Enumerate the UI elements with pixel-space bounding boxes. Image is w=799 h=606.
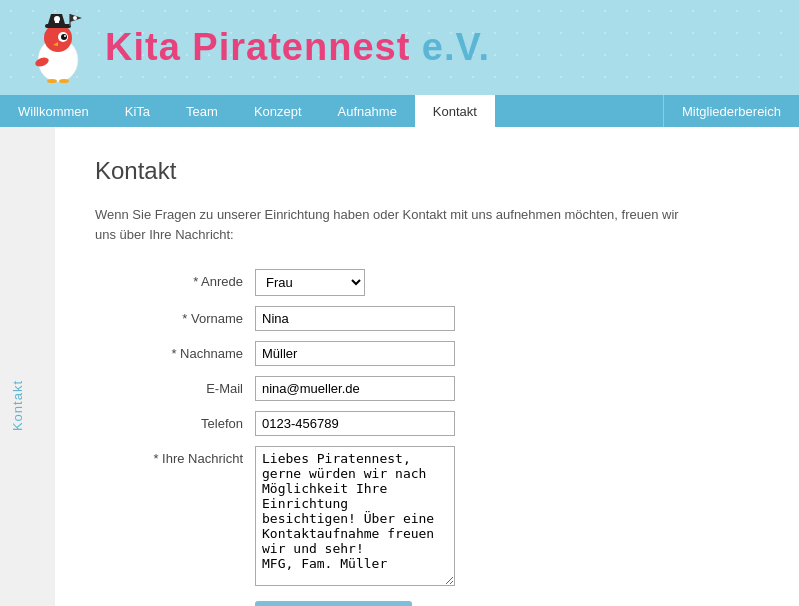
nav-team[interactable]: Team	[168, 95, 236, 127]
vorname-row: * Vorname	[95, 306, 675, 331]
vorname-label: * Vorname	[95, 306, 255, 326]
telefon-row: Telefon	[95, 411, 675, 436]
nav-kita[interactable]: KiTa	[107, 95, 168, 127]
anrede-select[interactable]: Frau Herr	[255, 269, 365, 296]
logo-area: Kita Piratennest e.V.	[20, 10, 490, 85]
nachname-label: * Nachname	[95, 341, 255, 361]
svg-point-14	[47, 79, 57, 83]
telefon-input[interactable]	[255, 411, 455, 436]
nachricht-row: * Ihre Nachricht Liebes Piratennest, ger…	[95, 446, 675, 586]
contact-form: * Anrede Frau Herr * Vorname * Nachname …	[95, 269, 675, 606]
nav-kontakt[interactable]: Kontakt	[415, 95, 495, 127]
svg-point-15	[59, 79, 69, 83]
nachricht-textarea[interactable]: Liebes Piratennest, gerne würden wir nac…	[255, 446, 455, 586]
nav-willkommen[interactable]: Willkommen	[0, 95, 107, 127]
svg-point-12	[73, 16, 77, 20]
email-label: E-Mail	[95, 376, 255, 396]
nav-mitgliederbereich[interactable]: Mitgliederbereich	[663, 95, 799, 127]
content-wrapper: Kontakt Kontakt Kontakt Wenn Sie Fragen …	[0, 127, 799, 606]
nachname-row: * Nachname	[95, 341, 675, 366]
nachricht-label: * Ihre Nachricht	[95, 446, 255, 466]
sidebar-inactive: Kontakt	[35, 127, 55, 606]
svg-rect-6	[45, 24, 71, 28]
intro-text: Wenn Sie Fragen zu unserer Einrichtung h…	[95, 205, 695, 244]
nachname-input[interactable]	[255, 341, 455, 366]
submit-button[interactable]: Nachricht senden	[255, 601, 412, 606]
telefon-label: Telefon	[95, 411, 255, 431]
main-navigation: Willkommen KiTa Team Konzept Aufnahme Ko…	[0, 95, 799, 127]
site-title: Kita Piratennest e.V.	[105, 26, 490, 69]
svg-point-4	[64, 35, 66, 37]
page-title: Kontakt	[95, 157, 759, 185]
nav-spacer	[495, 95, 663, 127]
site-header: Kita Piratennest e.V.	[0, 0, 799, 95]
sidebar: Kontakt	[0, 127, 35, 606]
sidebar-active-label: Kontakt	[10, 379, 25, 430]
logo-image	[20, 10, 95, 85]
vorname-input[interactable]	[255, 306, 455, 331]
svg-point-3	[61, 34, 67, 40]
email-input[interactable]	[255, 376, 455, 401]
svg-rect-9	[55, 21, 59, 23]
submit-row: Nachricht senden	[95, 596, 675, 606]
nav-aufnahme[interactable]: Aufnahme	[320, 95, 415, 127]
nav-konzept[interactable]: Konzept	[236, 95, 320, 127]
email-row: E-Mail	[95, 376, 675, 401]
anrede-label: * Anrede	[95, 269, 255, 289]
main-content: Kontakt Wenn Sie Fragen zu unserer Einri…	[55, 127, 799, 606]
anrede-row: * Anrede Frau Herr	[95, 269, 675, 296]
